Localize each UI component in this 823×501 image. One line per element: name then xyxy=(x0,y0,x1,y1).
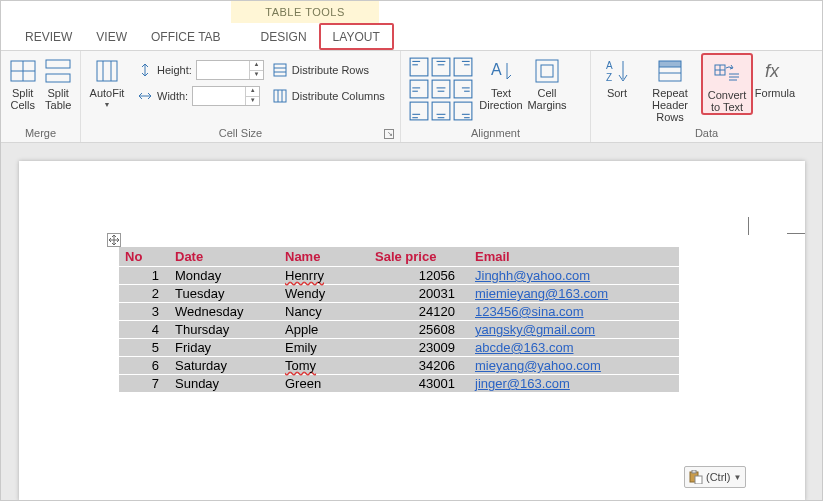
svg-rect-63 xyxy=(692,470,696,473)
spin-up-icon[interactable]: ▲ xyxy=(249,61,263,71)
svg-rect-31 xyxy=(454,80,472,98)
cell-date: Friday xyxy=(169,339,279,357)
convert-to-text-button[interactable]: Convert to Text xyxy=(701,53,753,115)
svg-text:fx: fx xyxy=(765,61,780,81)
cell-date: Saturday xyxy=(169,357,279,375)
cell-no: 7 xyxy=(119,375,169,393)
table-row[interactable]: 4ThursdayApple25608yangsky@gmail.com xyxy=(119,321,679,339)
group-cell-size: AutoFit ▼ Height: ▲▼ Width: xyxy=(81,51,401,142)
cell-price: 23009 xyxy=(369,339,469,357)
cell-name: Green xyxy=(279,375,369,393)
table-row[interactable]: 5FridayEmily23009abcde@163.com xyxy=(119,339,679,357)
table-row[interactable]: 1MondayHenrry12056Jinghh@yahoo.com xyxy=(119,267,679,285)
tab-design[interactable]: DESIGN xyxy=(249,23,319,50)
height-label: Height: xyxy=(157,64,192,76)
sort-button[interactable]: AZ Sort xyxy=(595,53,639,99)
spin-down-icon[interactable]: ▼ xyxy=(249,71,263,80)
table-move-handle[interactable] xyxy=(107,233,121,247)
table-row[interactable]: 6SaturdayTomy34206mieyang@yahoo.com xyxy=(119,357,679,375)
align-bot-left-button[interactable] xyxy=(409,101,429,121)
align-mid-right-button[interactable] xyxy=(453,79,473,99)
width-input[interactable] xyxy=(193,87,245,105)
cell-name: Henrry xyxy=(279,267,369,285)
table-row[interactable]: 3WednesdayNancy24120123456@sina.com xyxy=(119,303,679,321)
table-row[interactable]: 2TuesdayWendy20031miemieyang@163.com xyxy=(119,285,679,303)
row-height-icon xyxy=(137,62,153,78)
width-label: Width: xyxy=(157,90,188,102)
align-bot-center-button[interactable] xyxy=(431,101,451,121)
cell-margins-label: Cell Margins xyxy=(527,87,566,111)
email-link[interactable]: abcde@163.com xyxy=(475,340,573,355)
tab-office-tab[interactable]: OFFICE TAB xyxy=(139,23,233,50)
cell-email: mieyang@yahoo.com xyxy=(469,357,679,375)
cell-margins-icon xyxy=(533,57,561,85)
text-direction-label: Text Direction xyxy=(479,87,522,111)
distribute-columns-label: Distribute Columns xyxy=(292,90,385,102)
dialog-launcher-icon[interactable]: ↘ xyxy=(384,129,394,139)
align-top-left-button[interactable] xyxy=(409,57,429,77)
cell-price: 34206 xyxy=(369,357,469,375)
svg-rect-3 xyxy=(46,60,70,68)
document-area[interactable]: No Date Name Sale price Email 1MondayHen… xyxy=(1,143,822,501)
data-table[interactable]: No Date Name Sale price Email 1MondayHen… xyxy=(119,247,679,393)
cell-date: Tuesday xyxy=(169,285,279,303)
split-table-button[interactable]: Split Table xyxy=(41,53,77,111)
sort-label: Sort xyxy=(607,87,627,99)
align-top-right-button[interactable] xyxy=(453,57,473,77)
paste-options-button[interactable]: (Ctrl) ▼ xyxy=(684,466,746,488)
ribbon: Split Cells Split Table Merge AutoFit ▼ xyxy=(1,51,822,143)
autofit-label: AutoFit xyxy=(90,87,125,99)
distribute-rows-button[interactable]: Distribute Rows xyxy=(272,59,385,81)
col-no: No xyxy=(119,247,169,267)
table-tools-context-label: TABLE TOOLS xyxy=(231,1,379,23)
email-link[interactable]: yangsky@gmail.com xyxy=(475,322,595,337)
cell-name: Emily xyxy=(279,339,369,357)
cell-no: 6 xyxy=(119,357,169,375)
formula-label: Formula xyxy=(755,87,795,99)
svg-rect-28 xyxy=(432,80,450,98)
email-link[interactable]: 123456@sina.com xyxy=(475,304,584,319)
cell-no: 4 xyxy=(119,321,169,339)
cell-margins-button[interactable]: Cell Margins xyxy=(525,53,569,111)
split-cells-button[interactable]: Split Cells xyxy=(5,53,41,111)
email-link[interactable]: jinger@163.com xyxy=(475,376,570,391)
svg-rect-13 xyxy=(274,90,286,102)
align-bot-right-button[interactable] xyxy=(453,101,473,121)
align-mid-center-button[interactable] xyxy=(431,79,451,99)
spin-up-icon[interactable]: ▲ xyxy=(245,87,259,97)
distribute-columns-button[interactable]: Distribute Columns xyxy=(272,85,385,107)
cell-no: 1 xyxy=(119,267,169,285)
repeat-header-icon xyxy=(656,57,684,85)
cell-name: Nancy xyxy=(279,303,369,321)
tab-view[interactable]: VIEW xyxy=(84,23,139,50)
tab-review[interactable]: REVIEW xyxy=(13,23,84,50)
cell-price: 43001 xyxy=(369,375,469,393)
text-direction-button[interactable]: A Text Direction xyxy=(479,53,523,111)
col-sale-price: Sale price xyxy=(369,247,469,267)
repeat-header-rows-button[interactable]: Repeat Header Rows xyxy=(639,53,701,123)
height-spinner[interactable]: ▲▼ xyxy=(196,60,264,80)
autofit-button[interactable]: AutoFit ▼ xyxy=(85,53,129,108)
split-table-icon xyxy=(44,57,72,85)
cell-no: 3 xyxy=(119,303,169,321)
cell-date: Sunday xyxy=(169,375,279,393)
cell-no: 5 xyxy=(119,339,169,357)
alignment-grid xyxy=(405,53,477,121)
align-top-center-button[interactable] xyxy=(431,57,451,77)
svg-rect-64 xyxy=(695,476,702,484)
spin-down-icon[interactable]: ▼ xyxy=(245,97,259,106)
table-row[interactable]: 7SundayGreen43001jinger@163.com xyxy=(119,375,679,393)
formula-button[interactable]: fx Formula xyxy=(753,53,797,99)
tab-layout[interactable]: LAYOUT xyxy=(319,23,394,50)
cell-date: Thursday xyxy=(169,321,279,339)
height-input[interactable] xyxy=(197,61,249,79)
email-link[interactable]: Jinghh@yahoo.com xyxy=(475,268,590,283)
distribute-columns-icon xyxy=(272,88,288,104)
svg-text:Z: Z xyxy=(606,72,612,83)
width-spinner[interactable]: ▲▼ xyxy=(192,86,260,106)
col-name: Name xyxy=(279,247,369,267)
align-mid-left-button[interactable] xyxy=(409,79,429,99)
email-link[interactable]: miemieyang@163.com xyxy=(475,286,608,301)
email-link[interactable]: mieyang@yahoo.com xyxy=(475,358,601,373)
cell-price: 25608 xyxy=(369,321,469,339)
